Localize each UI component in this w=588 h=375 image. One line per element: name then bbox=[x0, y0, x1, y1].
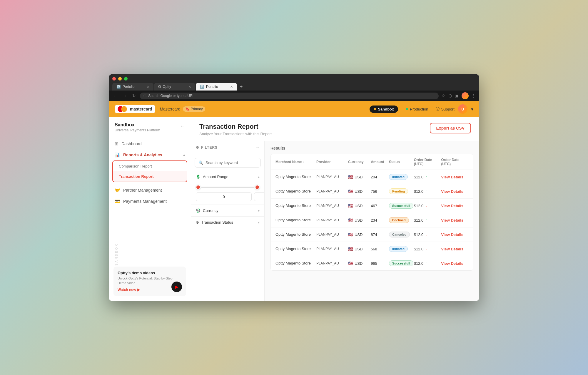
browser-icons: ☆ ⬡ ▣ ⋮ bbox=[442, 92, 476, 99]
extension-icon[interactable]: ⬡ bbox=[448, 93, 452, 98]
tab-close-icon-2[interactable]: ✕ bbox=[188, 85, 191, 89]
action-5[interactable]: View Details bbox=[441, 247, 468, 251]
sidebar-nav: ⊞ Dashboard 📊 Reports & Analytics ▴ Comp… bbox=[109, 136, 191, 262]
range-max-input[interactable] bbox=[254, 192, 265, 201]
sandbox-button[interactable]: Sandbox bbox=[370, 106, 398, 113]
range-handle-left[interactable] bbox=[196, 185, 201, 190]
merchant-name-2: Optty Magento Store bbox=[275, 203, 316, 208]
sidebar-item-dashboard[interactable]: ⊞ Dashboard bbox=[109, 138, 191, 149]
filters-collapse-button[interactable]: → bbox=[255, 145, 260, 150]
support-button[interactable]: ⓪ Support bbox=[436, 106, 455, 112]
close-dot[interactable] bbox=[112, 77, 116, 81]
table-row: Optty Magento Store PLANPAY_AU 🇺🇸 USD 56… bbox=[271, 242, 473, 256]
action-1[interactable]: View Details bbox=[441, 189, 468, 194]
sidebar: Sandbox Universal Payments Platform ← ⊞ … bbox=[109, 117, 191, 301]
status-badge-6: Successfull bbox=[389, 260, 413, 266]
filters-header: ⚙ FILTERS → bbox=[191, 141, 264, 154]
table-row: Optty Magento Store PLANPAY_AU 🇺🇸 USD 46… bbox=[271, 199, 473, 213]
search-input[interactable] bbox=[206, 160, 257, 165]
action-0[interactable]: View Details bbox=[441, 175, 468, 179]
currency-code-1: USD bbox=[355, 189, 363, 194]
range-min-input[interactable] bbox=[196, 192, 252, 201]
production-label: Production bbox=[410, 107, 428, 111]
star-icon[interactable]: ☆ bbox=[442, 93, 445, 98]
refresh-button[interactable]: ↻ bbox=[131, 93, 137, 99]
partner-icon: 🤝 bbox=[115, 188, 120, 193]
view-details-button-4[interactable]: View Details bbox=[441, 232, 463, 237]
user-avatar-nav[interactable]: U bbox=[458, 104, 467, 114]
sidebar-item-transaction-report[interactable]: Transaction Report bbox=[113, 171, 187, 182]
currency-code-0: USD bbox=[355, 175, 363, 179]
tab-favicon-p: 🅿️ bbox=[200, 85, 204, 89]
merchant-sort-icon[interactable]: ↓ bbox=[303, 160, 304, 164]
minimize-dot[interactable] bbox=[118, 77, 122, 81]
view-details-button-3[interactable]: View Details bbox=[441, 218, 463, 222]
action-4[interactable]: View Details bbox=[441, 232, 468, 237]
url-input[interactable]: G Search Google or type a URL bbox=[140, 93, 439, 99]
promo-watch-link[interactable]: Watch now ▶ bbox=[118, 288, 140, 292]
amount-range-header[interactable]: 💲 Amount Range ▴ bbox=[191, 171, 264, 183]
results-area: Results Merchant Name ↓ Provider Currenc… bbox=[265, 141, 479, 301]
action-6[interactable]: View Details bbox=[441, 261, 468, 266]
promo-link-label: Watch now bbox=[118, 288, 136, 292]
provider-2: PLANPAY_AU bbox=[316, 204, 348, 208]
forward-button[interactable]: → bbox=[122, 93, 128, 99]
browser-tabs: 🅿️ Portolio ✕ G Optty ✕ 🅿️ Portolio ✕ + bbox=[112, 83, 476, 91]
sandbox-label: Sandbox bbox=[378, 107, 394, 111]
range-handle-right[interactable] bbox=[255, 185, 260, 190]
currency-header[interactable]: 💱 Currency ▾ bbox=[191, 205, 264, 216]
provider-3: PLANPAY_AU bbox=[316, 218, 348, 222]
tab-optty[interactable]: G Optty ✕ bbox=[154, 83, 195, 91]
sidebar-collapse-button[interactable]: ← bbox=[180, 123, 185, 129]
new-tab-button[interactable]: + bbox=[238, 83, 245, 91]
export-csv-button[interactable]: Export as CSV bbox=[430, 123, 471, 133]
sidebar-item-reports[interactable]: 📊 Reports & Analytics ▴ bbox=[109, 149, 191, 160]
status-5: Initiated bbox=[389, 246, 414, 252]
sidebar-item-comparison-report[interactable]: Comparison Report bbox=[113, 161, 187, 171]
reports-icon: 📊 bbox=[115, 152, 120, 158]
browser-user-avatar[interactable] bbox=[462, 92, 469, 99]
order-date-2: $12.0 ↓ bbox=[414, 204, 441, 208]
view-details-button-6[interactable]: View Details bbox=[441, 261, 463, 266]
trend-icon-6: ↑ bbox=[425, 261, 427, 265]
sidebar-item-payments[interactable]: 💳 Payments Management bbox=[109, 196, 191, 207]
action-3[interactable]: View Details bbox=[441, 218, 468, 222]
range-slider[interactable] bbox=[196, 185, 260, 190]
status-4: Canceled bbox=[389, 232, 414, 237]
tab-close-icon[interactable]: ✕ bbox=[147, 85, 149, 89]
th-order-date-2: Order Date (UTC) bbox=[441, 158, 468, 166]
view-details-button-5[interactable]: View Details bbox=[441, 247, 463, 251]
production-button[interactable]: Production bbox=[402, 106, 432, 113]
table-row: Optty Magento Store PLANPAY_AU 🇺🇸 USD 75… bbox=[271, 184, 473, 199]
brand-logo: mastercard bbox=[115, 105, 155, 113]
search-box: 🔍 bbox=[195, 158, 261, 168]
split-screen-icon[interactable]: ▣ bbox=[455, 93, 459, 98]
sidebar-item-label-reports: Reports & Analytics bbox=[123, 153, 162, 157]
view-details-button-2[interactable]: View Details bbox=[441, 204, 463, 208]
tab-close-icon-3[interactable]: ✕ bbox=[230, 85, 233, 89]
maximize-dot[interactable] bbox=[124, 77, 128, 81]
currency-4: 🇺🇸 USD bbox=[348, 232, 371, 237]
breadcrumb-root: Mastercard bbox=[160, 107, 181, 111]
view-details-button-1[interactable]: View Details bbox=[441, 189, 463, 194]
action-2[interactable]: View Details bbox=[441, 204, 468, 208]
back-button[interactable]: ← bbox=[112, 93, 119, 99]
primary-badge: 🔖 Primary bbox=[183, 106, 205, 112]
currency-label: 💱 Currency bbox=[196, 208, 218, 213]
youtube-icon: ▶ bbox=[175, 284, 178, 289]
currency-text: Currency bbox=[203, 208, 218, 213]
tab-portolio-2[interactable]: 🅿️ Portolio ✕ bbox=[196, 83, 237, 91]
trend-icon-1: ↑ bbox=[425, 189, 427, 193]
filters-label: FILTERS bbox=[201, 145, 218, 150]
flag-icon-1: 🇺🇸 bbox=[348, 189, 353, 194]
tab-portolio-1[interactable]: 🅿️ Portolio ✕ bbox=[112, 83, 153, 91]
transaction-status-header[interactable]: ⊙ Transaction Status ▾ bbox=[191, 217, 264, 228]
user-menu-chevron[interactable]: ▾ bbox=[471, 106, 473, 112]
brand-name: mastercard bbox=[130, 107, 152, 111]
view-details-button-0[interactable]: View Details bbox=[441, 175, 463, 179]
sidebar-item-label-dashboard: Dashboard bbox=[121, 141, 142, 146]
sidebar-item-partner[interactable]: 🤝 Partner Management bbox=[109, 185, 191, 196]
th-merchant-label: Merchant Name bbox=[275, 160, 302, 164]
menu-icon[interactable]: ⋮ bbox=[472, 93, 476, 98]
promo-video-icon: ▶ bbox=[171, 282, 182, 292]
